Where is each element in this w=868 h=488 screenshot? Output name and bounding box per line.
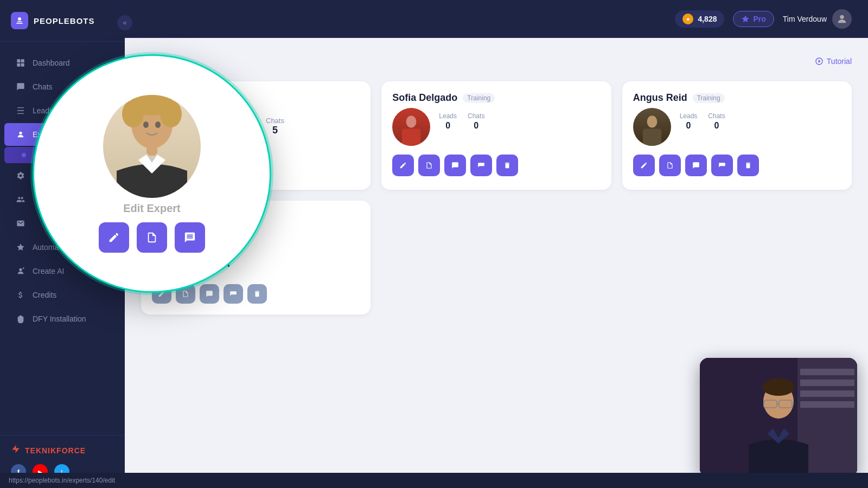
dfy-label: DFY Installation bbox=[33, 314, 86, 323]
header-right: ● 4,828 Pro Tim Verdouw bbox=[675, 9, 852, 29]
pro-label: Pro bbox=[753, 15, 765, 23]
svg-point-16 bbox=[647, 115, 657, 127]
sidebar-item-credits[interactable]: Credits bbox=[4, 284, 120, 306]
svg-rect-4 bbox=[21, 59, 24, 62]
sofia-actions bbox=[392, 155, 600, 176]
dfy-icon bbox=[15, 313, 26, 324]
sofia-delete-btn[interactable] bbox=[496, 155, 518, 176]
sofia-avatar bbox=[392, 108, 430, 146]
svg-point-8 bbox=[19, 268, 22, 271]
credits-badge: ● 4,828 bbox=[675, 10, 724, 28]
credits-label: Credits bbox=[33, 291, 56, 299]
svg-point-24 bbox=[143, 121, 149, 128]
svg-rect-3 bbox=[17, 59, 20, 62]
angus-delete-btn[interactable] bbox=[737, 155, 759, 176]
sofia-tag: Training bbox=[463, 93, 495, 103]
svg-point-23 bbox=[160, 100, 182, 127]
settings-icon bbox=[15, 170, 26, 181]
angus-edit-btn[interactable] bbox=[633, 155, 655, 176]
svg-rect-29 bbox=[800, 369, 854, 375]
email-icon bbox=[15, 218, 26, 229]
automation-icon bbox=[15, 242, 26, 253]
magnify-overlay: Edit Expert bbox=[33, 54, 271, 293]
magnify-inner: Edit Expert bbox=[34, 56, 270, 291]
video-person bbox=[700, 358, 857, 477]
sidebar-logo: PEOPLEBOTS bbox=[0, 0, 125, 42]
leads-icon bbox=[15, 105, 26, 116]
create-ai-icon bbox=[15, 266, 26, 277]
angus-msg-btn[interactable] bbox=[711, 155, 733, 176]
svg-rect-6 bbox=[21, 63, 24, 67]
svg-rect-31 bbox=[800, 390, 854, 397]
sofia-stats: Leads 0 Chats 0 bbox=[439, 112, 484, 131]
magnify-person-avatar bbox=[103, 95, 201, 198]
angus-doc-btn[interactable] bbox=[659, 155, 681, 176]
dashboard-label: Dashboard bbox=[33, 59, 70, 67]
alex-chat-btn[interactable] bbox=[200, 284, 219, 304]
credits-value: 4,828 bbox=[698, 15, 717, 23]
dashboard-icon bbox=[15, 57, 26, 68]
brand-text: TEKNIKFORCE bbox=[25, 446, 86, 455]
angus-stats: Leads 0 Chats 0 bbox=[680, 112, 725, 131]
magnify-doc-btn[interactable] bbox=[137, 222, 167, 253]
svg-rect-2 bbox=[16, 23, 23, 24]
svg-rect-30 bbox=[800, 380, 854, 386]
alex-delete-btn[interactable] bbox=[247, 284, 267, 304]
magnify-edit-label: Edit Expert bbox=[123, 202, 181, 215]
logo-text: PEOPLEBOTS bbox=[34, 16, 95, 25]
magnify-actions bbox=[99, 222, 205, 253]
magnify-edit-btn[interactable] bbox=[99, 222, 129, 253]
team-icon bbox=[15, 194, 26, 205]
sidebar-item-dfy[interactable]: DFY Installation bbox=[4, 307, 120, 330]
angus-name: Angus Reid bbox=[633, 92, 687, 104]
coin-icon: ● bbox=[682, 14, 693, 24]
sidebar-collapse-btn[interactable]: « bbox=[117, 15, 132, 30]
svg-rect-5 bbox=[17, 63, 20, 67]
svg-point-11 bbox=[840, 15, 844, 18]
sofia-chat-btn[interactable] bbox=[444, 155, 466, 176]
alex-msg-btn[interactable] bbox=[224, 284, 243, 304]
status-url: https://peoplebots.in/experts/140/edit bbox=[9, 477, 115, 484]
pro-badge[interactable]: Pro bbox=[733, 11, 774, 27]
sofia-msg-btn[interactable] bbox=[470, 155, 492, 176]
svg-point-25 bbox=[155, 121, 161, 128]
page-header: Experts Tutorial bbox=[141, 54, 852, 68]
credits-icon bbox=[15, 290, 26, 300]
angus-chat-btn[interactable] bbox=[685, 155, 707, 176]
tutorial-link[interactable]: Tutorial bbox=[815, 57, 852, 66]
chats-label: Chats bbox=[33, 82, 53, 91]
expert-card-angus: Angus Reid Training Leads 0 Chat bbox=[622, 81, 852, 190]
sofia-name: Sofia Delgado bbox=[392, 92, 457, 104]
sofia-doc-btn[interactable] bbox=[418, 155, 440, 176]
svg-point-22 bbox=[122, 100, 144, 127]
sofia-edit-btn[interactable] bbox=[392, 155, 414, 176]
chats-icon bbox=[15, 81, 26, 92]
svg-point-14 bbox=[406, 115, 417, 127]
logo-icon bbox=[11, 12, 28, 29]
angus-actions bbox=[633, 155, 841, 176]
video-pip bbox=[700, 358, 857, 477]
svg-rect-15 bbox=[402, 129, 420, 146]
svg-rect-26 bbox=[146, 147, 157, 156]
create-ai-label: Create AI bbox=[33, 267, 64, 275]
user-info[interactable]: Tim Verdouw bbox=[783, 9, 852, 29]
brand-logo: TEKNIKFORCE bbox=[11, 444, 114, 457]
experts-icon bbox=[15, 129, 26, 140]
svg-rect-32 bbox=[800, 401, 854, 408]
svg-rect-1 bbox=[17, 22, 22, 23]
svg-point-7 bbox=[19, 132, 22, 134]
magnify-chat-btn[interactable] bbox=[175, 222, 205, 253]
user-avatar bbox=[832, 9, 852, 29]
svg-rect-17 bbox=[643, 129, 661, 146]
magnify-chats-stat: Chats 5 bbox=[266, 117, 284, 136]
angus-avatar bbox=[633, 108, 671, 146]
brand-icon bbox=[11, 444, 21, 457]
tutorial-label: Tutorial bbox=[827, 57, 852, 66]
status-bar: https://peoplebots.in/experts/140/edit bbox=[0, 473, 868, 488]
angus-tag: Training bbox=[693, 93, 725, 103]
username: Tim Verdouw bbox=[783, 15, 827, 23]
svg-point-34 bbox=[762, 378, 795, 396]
sub-dot bbox=[22, 153, 26, 157]
expert-card-sofia: Sofia Delgado Training Leads 0 C bbox=[381, 81, 611, 190]
svg-point-0 bbox=[18, 17, 21, 21]
